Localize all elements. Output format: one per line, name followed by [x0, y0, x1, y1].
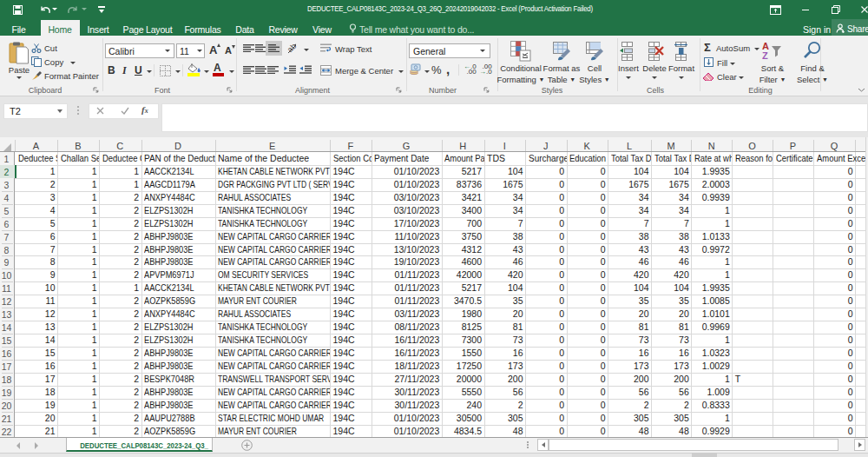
svg-text:ab: ab — [287, 43, 298, 54]
svg-text:Z: Z — [762, 50, 768, 60]
